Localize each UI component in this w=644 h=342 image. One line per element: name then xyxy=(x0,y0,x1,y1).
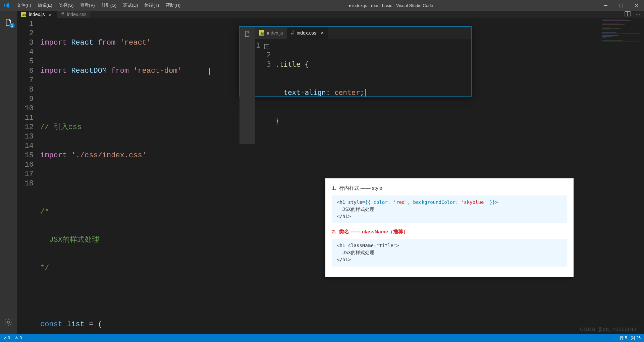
status-errors[interactable]: ⊘ 0 xyxy=(3,336,10,340)
tab-index-js[interactable]: JS index.js × xyxy=(17,11,57,18)
note-bullet-2: 类名 —— className（推荐） xyxy=(339,228,409,236)
js-file-icon: JS xyxy=(259,30,264,36)
minimize-icon[interactable] xyxy=(598,0,613,11)
inset-explorer-icon[interactable] xyxy=(244,30,251,144)
close-icon[interactable] xyxy=(629,0,644,11)
inset-cursor xyxy=(365,89,366,97)
svg-rect-1 xyxy=(619,4,623,7)
css-file-icon: # xyxy=(291,30,294,36)
editor-actions: ⋯ xyxy=(625,11,644,18)
main-menu: 文件(F) 编辑(E) 选择(S) 查看(V) 转到(G) 调试(D) 终端(T… xyxy=(13,0,184,11)
note-bullet-1: 行内样式 —— style xyxy=(339,184,382,192)
menu-selection[interactable]: 选择(S) xyxy=(56,0,77,11)
inset-tabs: JS index.js # index.css × xyxy=(255,27,471,39)
editor-tabs: JS index.js × # index.css ⋯ xyxy=(17,11,644,18)
svg-point-2 xyxy=(7,321,10,324)
minimap[interactable] xyxy=(602,19,643,46)
picture-in-picture-editor: 文件(F)编辑(E)选择(S)查看(V)转到(G)调试(D)终端(T)帮助(H)… xyxy=(239,26,472,97)
tab-close-icon[interactable]: × xyxy=(321,30,324,36)
split-editor-icon[interactable] xyxy=(625,11,631,18)
explorer-badge: 1 xyxy=(9,23,15,28)
inset-tab-css[interactable]: # index.css × xyxy=(287,27,327,39)
menu-terminal[interactable]: 终端(T) xyxy=(141,0,162,11)
tab-label: index.css xyxy=(67,12,86,17)
settings-gear-icon[interactable] xyxy=(0,314,17,331)
inset-tab-js[interactable]: JS index.js xyxy=(255,27,287,39)
menu-go[interactable]: 转到(G) xyxy=(98,0,120,11)
js-file-icon: JS xyxy=(21,12,26,17)
notes-card: 1.行内样式 —— style <h1 style={{ color: 'red… xyxy=(325,178,574,277)
title-bar: 文件(F) 编辑(E) 选择(S) 查看(V) 转到(G) 调试(D) 终端(T… xyxy=(0,0,644,11)
window-controls xyxy=(598,0,644,11)
menu-help[interactable]: 帮助(H) xyxy=(162,0,184,11)
more-actions-icon[interactable]: ⋯ xyxy=(635,11,641,18)
note-code-2: <h1 className="title"> JSX的样式处理 </h1> xyxy=(332,239,567,267)
menu-edit[interactable]: 编辑(E) xyxy=(35,0,56,11)
vscode-logo-icon xyxy=(0,2,13,8)
line-gutter: 123456789101112131415161718 xyxy=(17,19,40,342)
activity-bar: 1 xyxy=(0,11,17,334)
watermark: CSDN @qq_45000011 xyxy=(580,326,637,332)
fold-icon[interactable]: − xyxy=(264,44,269,49)
css-file-icon: # xyxy=(61,11,64,17)
text-cursor xyxy=(209,68,210,75)
menu-debug[interactable]: 调试(D) xyxy=(120,0,141,11)
tab-index-css[interactable]: # index.css xyxy=(57,11,91,18)
explorer-icon[interactable]: 1 xyxy=(0,14,17,31)
inset-code[interactable]: 1 − 2 3 .title { text-align: center; } xyxy=(255,39,471,144)
menu-file[interactable]: 文件(F) xyxy=(13,0,35,11)
window-title: ● index.js - react-basic - Visual Studio… xyxy=(184,3,598,8)
inset-activity-bar xyxy=(239,27,255,144)
svg-rect-0 xyxy=(604,5,607,6)
note-code-1: <h1 style={{ color: 'red', backgroundCol… xyxy=(332,195,567,223)
menu-view[interactable]: 查看(V) xyxy=(77,0,98,11)
tab-label: index.js xyxy=(29,12,45,17)
maximize-icon[interactable] xyxy=(613,0,629,11)
tab-close-icon[interactable]: × xyxy=(47,12,53,17)
